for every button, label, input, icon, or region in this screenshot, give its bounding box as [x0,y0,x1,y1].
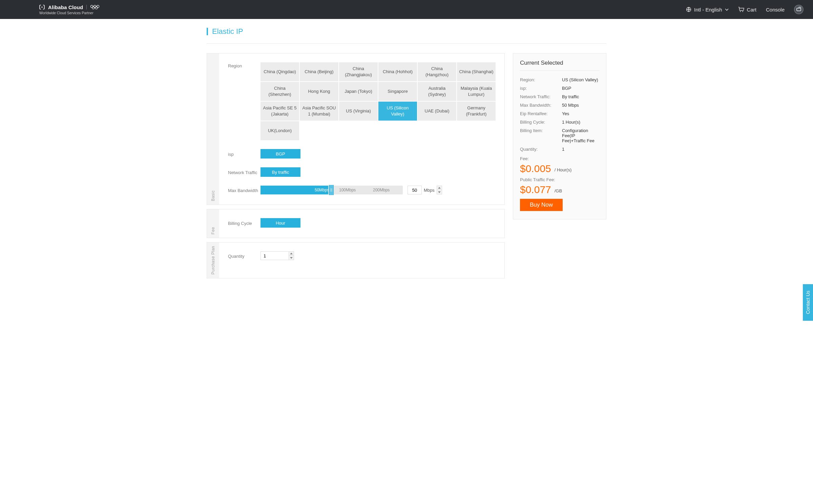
region-option[interactable]: China (Beijing) [300,62,338,81]
title-accent [207,28,208,35]
billing-cycle-hour[interactable]: Hour [260,218,300,228]
region-option[interactable]: Japan (Tokyo) [339,82,378,101]
brand-name: Alibaba Cloud [48,4,83,10]
svg-rect-0 [41,7,43,7]
page-title-row: Elastic IP [207,27,606,44]
console-link[interactable]: Console [766,7,785,13]
bandwidth-step-up[interactable] [437,186,442,190]
region-option[interactable]: China (Qingdao) [260,62,299,81]
slider-tick-200: 200Mbps [373,188,390,192]
summary-label-public-fee: Public Traffic Fee: [520,177,555,182]
divider [86,5,87,9]
slider-thumb[interactable] [329,185,334,195]
quantity-step-up[interactable] [289,252,294,256]
chevron-down-icon [725,8,729,11]
region-option[interactable]: Hong Kong [300,82,338,101]
region-option[interactable]: Asia Pacific SE 5 (Jakarta) [260,102,299,121]
brand-block[interactable]: Alibaba Cloud Worldwide Cloud Services P… [9,4,100,15]
summary-label-traffic: Network Traffic: [520,94,559,99]
header-nav: Intl - English Cart Console [686,5,804,14]
olympic-rings-icon [90,5,100,9]
slider-tick-50: 50Mbps [315,188,329,192]
label-traffic: Network Traffic [228,169,260,175]
isp-option-bgp[interactable]: BGP [260,149,300,159]
brand-bracket-icon [39,5,45,9]
region-option[interactable]: US (Virginia) [339,102,378,121]
row-bandwidth: Max Bandwidth 50Mbps 100Mbps 200Mbps [228,186,496,194]
region-option[interactable]: UK(London) [260,121,299,140]
region-option[interactable]: China (Shenzhen) [260,82,299,101]
region-option[interactable]: Germany (Frankfurt) [457,102,496,121]
region-option[interactable]: China (Hohhot) [378,62,417,81]
panel-tab-purchase: Purchase Plan [207,243,219,278]
region-option[interactable]: UAE (Dubai) [418,102,456,121]
quantity-input[interactable] [260,251,289,260]
summary-public-price-row: $0.077 /GB [520,184,599,195]
summary-label-bandwidth: Max Bandwidth: [520,103,559,108]
svg-point-2 [94,5,96,7]
robot-icon [796,8,801,11]
region-option[interactable]: China (Zhangjiakou) [339,62,378,81]
row-billing-cycle: Billing Cycle Hour [228,218,496,228]
row-traffic: Network Traffic By traffic [228,167,496,177]
region-option[interactable]: Malaysia (Kuala Lumpur) [457,82,496,101]
summary-label-isp: isp: [520,86,559,91]
slider-tick-100: 100Mbps [339,188,356,192]
brand-tagline: Worldwide Cloud Services Partner [39,11,93,15]
cart-link[interactable]: Cart [738,7,756,13]
globe-icon [686,7,691,12]
region-option[interactable]: US (Silicon Valley) [378,102,417,121]
row-region: Region China (Qingdao)China (Beijing)Chi… [228,62,496,140]
summary-title: Current Selected [520,60,599,71]
avatar[interactable] [794,5,804,14]
svg-point-4 [92,6,95,9]
summary-panel: Current Selected Region:US (Silicon Vall… [513,53,606,219]
label-quantity: Quantity [228,253,260,259]
language-switch[interactable]: Intl - English [686,7,729,13]
cart-icon [738,7,744,12]
label-bandwidth: Max Bandwidth [228,187,260,193]
summary-fee-price: $0.005 [520,163,551,174]
quantity-stepper [289,251,294,260]
panel-fee: Fee Billing Cycle Hour [207,209,505,238]
console-label: Console [766,7,785,13]
cart-label: Cart [747,7,756,13]
svg-point-5 [95,6,98,9]
region-option[interactable]: China (Hangzhou) [418,62,456,81]
summary-fee-unit: / Hour(s) [555,167,572,172]
region-option[interactable]: Singapore [378,82,417,101]
summary-value-rentalfee: Yes [562,111,599,116]
label-billing-cycle: Billing Cycle [228,220,260,226]
bandwidth-slider[interactable]: 50Mbps 100Mbps 200Mbps [260,186,403,194]
svg-point-1 [91,5,93,7]
panel-tab-basic: Basic [207,54,219,205]
bandwidth-stepper [437,186,442,194]
summary-value-traffic: By traffic [562,94,599,99]
svg-point-7 [740,11,741,12]
summary-value-bandwidth: 50 Mbps [562,103,599,108]
region-option[interactable]: China (Shanghai) [457,62,496,81]
row-quantity: Quantity [228,251,496,260]
summary-label-fee: Fee: [520,156,559,161]
summary-value-cycle: 1 Hour(s) [562,120,599,125]
bandwidth-step-down[interactable] [437,190,442,194]
svg-point-3 [97,5,99,7]
svg-point-8 [742,11,743,12]
buy-now-button[interactable]: Buy Now [520,199,563,211]
bandwidth-input[interactable] [408,186,422,194]
traffic-option-by-traffic[interactable]: By traffic [260,167,300,177]
row-isp: isp BGP [228,149,496,159]
region-option[interactable]: Asia Pacific SOU 1 (Mumbai) [300,102,338,121]
summary-label-cycle: Billing Cycle: [520,120,559,125]
quantity-step-down[interactable] [289,256,294,260]
label-isp: isp [228,151,260,157]
global-header: Alibaba Cloud Worldwide Cloud Services P… [0,0,813,19]
summary-label-item: Billing Item: [520,128,559,133]
panel-tab-fee: Fee [207,209,219,238]
contact-us-tab[interactable]: Contact Us [803,284,813,296]
summary-value-qty: 1 [562,147,599,152]
summary-fee-price-row: $0.005 / Hour(s) [520,163,599,174]
region-grid: China (Qingdao)China (Beijing)China (Zha… [260,62,496,140]
summary-public-price: $0.077 [520,184,551,195]
region-option[interactable]: Australia (Sydney) [418,82,456,101]
